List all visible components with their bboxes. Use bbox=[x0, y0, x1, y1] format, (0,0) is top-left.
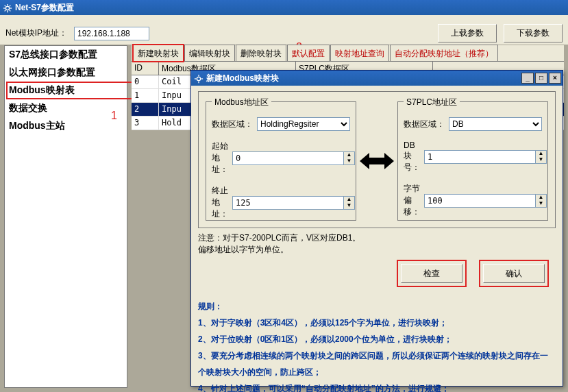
download-button[interactable]: 下载参数 bbox=[504, 24, 563, 42]
tab-bar: 新建映射块 编辑映射块 删除映射块 默认配置 映射地址查询 自动分配映射地址（推… bbox=[132, 45, 564, 62]
tab-delete-block[interactable]: 删除映射块 bbox=[236, 45, 286, 61]
sidebar-item-modbus-master[interactable]: Modbus主站 bbox=[5, 117, 127, 135]
s7-address-group: S7PLC地址区 数据区域： DB DB块号： ▲▼ 字节偏移： ▲▼ bbox=[397, 101, 548, 221]
tab-new-block[interactable]: 新建映射块 bbox=[133, 45, 184, 61]
db-number-input[interactable]: ▲▼ bbox=[424, 150, 547, 164]
svg-line-7 bbox=[5, 10, 6, 12]
tab-edit-block[interactable]: 编辑映射块 bbox=[184, 45, 235, 61]
svg-point-9 bbox=[197, 77, 200, 80]
s7-area-label: 数据区域： bbox=[404, 119, 445, 130]
rule-2: 2、对于位映射（0区和1区），必须以2000个位为单位，进行块映射； bbox=[198, 331, 556, 347]
rule-3: 3、要充分考虑相连续的两个映射块之间的跨区问题，所以必须保证两个连续的映射块之间… bbox=[198, 347, 556, 380]
svg-line-6 bbox=[10, 10, 11, 12]
byte-offset-input[interactable]: ▲▼ bbox=[424, 194, 547, 208]
modbus-legend: Modbus地址区 bbox=[212, 97, 271, 108]
s7-area-select[interactable]: DB bbox=[449, 117, 542, 131]
end-label: 终止地址： bbox=[212, 185, 228, 220]
main-titlebar: Net-S7参数配置 bbox=[0, 0, 568, 15]
svg-point-0 bbox=[5, 6, 9, 10]
start-label: 起始地址： bbox=[212, 140, 228, 175]
col-id: ID bbox=[132, 62, 159, 75]
upload-button[interactable]: 上载参数 bbox=[438, 24, 497, 42]
ok-button[interactable]: 确认 bbox=[483, 264, 545, 283]
rule-4: 4、针对上述问题，可以采用“自动分配映射地址”的方法，进行规避； bbox=[198, 380, 556, 392]
rule-1: 1、对于字映射（3区和4区），必须以125个字为单位，进行块映射； bbox=[198, 315, 556, 331]
minimize-icon[interactable]: _ bbox=[521, 73, 534, 84]
dialog-titlebar: 新建Modbus映射块 _ □ × bbox=[191, 71, 563, 86]
gear-icon bbox=[194, 73, 203, 83]
sidebar-item-s7bus[interactable]: S7总线接口参数配置 bbox=[5, 46, 127, 64]
sidebar: S7总线接口参数配置 以太网接口参数配置 Modbus映射表 数据交换 Modb… bbox=[4, 45, 127, 388]
rules-block: 规则： 1、对于字映射（3区和4区），必须以125个字为单位，进行块映射； 2、… bbox=[198, 298, 556, 392]
arrow-icon bbox=[356, 101, 397, 221]
note-line2: 偏移地址以字节为单位。 bbox=[198, 244, 556, 256]
modbus-area-label: 数据区域： bbox=[212, 119, 253, 130]
modbus-address-group: Modbus地址区 数据区域： HoldingRegsiter 起始地址： ▲▼… bbox=[206, 101, 356, 221]
maximize-icon[interactable]: □ bbox=[535, 73, 547, 84]
window-title: Net-S7参数配置 bbox=[15, 0, 74, 15]
modbus-area-select[interactable]: HoldingRegsiter bbox=[257, 117, 350, 131]
note-line1: 注意：对于S7-200PLC而言，V区对应DB1。 bbox=[198, 232, 556, 244]
tab-auto-assign[interactable]: 自动分配映射地址（推荐） bbox=[390, 45, 498, 61]
tab-default-config[interactable]: 默认配置 bbox=[287, 45, 330, 61]
check-button[interactable]: 检查 bbox=[401, 264, 462, 283]
end-address-input[interactable]: ▲▼ bbox=[232, 196, 355, 210]
new-mapping-dialog: 新建Modbus映射块 _ □ × 3 Modbus地址区 数据区域： Hold… bbox=[190, 70, 563, 387]
offset-label: 字节偏移： bbox=[404, 183, 420, 218]
svg-line-8 bbox=[10, 5, 11, 7]
top-toolbar: Net模块IP地址： 上载参数 下载参数 bbox=[0, 15, 568, 45]
sidebar-item-ethernet[interactable]: 以太网接口参数配置 bbox=[5, 64, 127, 82]
svg-marker-14 bbox=[360, 153, 394, 169]
dialog-title: 新建Modbus映射块 bbox=[206, 71, 279, 86]
start-address-input[interactable]: ▲▼ bbox=[232, 151, 355, 165]
gear-icon bbox=[3, 3, 12, 12]
sidebar-item-modbus-map[interactable]: Modbus映射表 bbox=[5, 82, 127, 99]
db-label: DB块号： bbox=[404, 140, 420, 173]
tab-query[interactable]: 映射地址查询 bbox=[330, 45, 389, 61]
address-fieldset: Modbus地址区 数据区域： HoldingRegsiter 起始地址： ▲▼… bbox=[198, 91, 556, 228]
rules-heading: 规则： bbox=[198, 298, 556, 315]
close-icon[interactable]: × bbox=[549, 73, 561, 84]
sidebar-item-exchange[interactable]: 数据交换 bbox=[5, 99, 127, 117]
ip-label: Net模块IP地址： bbox=[5, 27, 67, 39]
s7-legend: S7PLC地址区 bbox=[404, 97, 460, 108]
svg-line-5 bbox=[5, 5, 6, 7]
ip-input[interactable] bbox=[74, 27, 149, 40]
